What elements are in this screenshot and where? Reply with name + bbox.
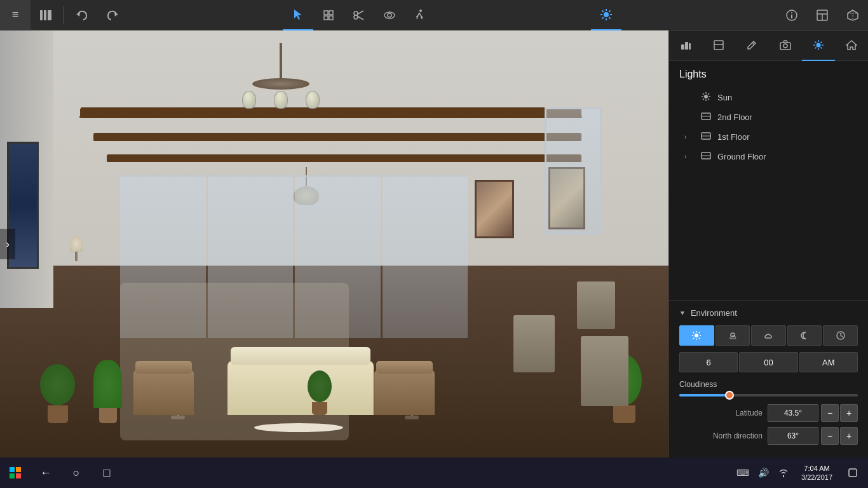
- svg-rect-9: [329, 16, 333, 20]
- env-night-btn[interactable]: [787, 325, 822, 346]
- coffee-table: [254, 423, 343, 432]
- svg-point-17: [604, 12, 609, 17]
- library-button[interactable]: [31, 0, 61, 30]
- select-tool[interactable]: [283, 0, 313, 30]
- north-minus-btn[interactable]: −: [821, 427, 839, 445]
- panel-decor-btn[interactable]: [669, 30, 702, 61]
- 1st-floor-expand[interactable]: ›: [684, 133, 692, 140]
- painting-1: [475, 180, 514, 238]
- redo-button[interactable]: [97, 0, 128, 30]
- walk-tool[interactable]: [405, 0, 435, 30]
- 1st-floor-light-label: 1st Floor: [717, 132, 853, 142]
- svg-marker-52: [846, 41, 857, 50]
- scissors-tool[interactable]: [344, 0, 374, 30]
- latitude-input[interactable]: 43.5°: [768, 404, 818, 422]
- env-chevron-icon: ▼: [679, 309, 686, 316]
- armchair-1: [133, 370, 194, 415]
- svg-line-13: [358, 16, 364, 20]
- ground-floor-expand[interactable]: ›: [684, 153, 692, 160]
- info-tool[interactable]: [776, 0, 807, 30]
- separator1: [64, 6, 64, 24]
- undo-button[interactable]: [67, 0, 97, 30]
- taskbar-clock[interactable]: 7:04 AM 3/22/2017: [796, 464, 837, 482]
- back-button[interactable]: ←: [31, 458, 61, 488]
- ground-floor-light-item[interactable]: › Ground Floor: [679, 147, 858, 166]
- svg-point-10: [354, 11, 358, 15]
- environment-title: Environment: [691, 308, 737, 318]
- env-clear-btn[interactable]: [679, 325, 714, 346]
- svg-point-53: [704, 95, 708, 98]
- 1st-floor-light-item[interactable]: › 1st Floor: [679, 127, 858, 147]
- taskbar-right: ⌨ 🔊 7:04 AM 3/22/2017: [735, 463, 868, 483]
- volume-icon[interactable]: 🔊: [756, 465, 771, 480]
- time-minute-field[interactable]: 00: [739, 352, 797, 372]
- keyboard-icon[interactable]: ⌨: [735, 465, 750, 480]
- svg-rect-38: [714, 41, 723, 50]
- panel-home-btn[interactable]: [835, 30, 868, 61]
- start-button[interactable]: [0, 458, 31, 488]
- svg-rect-0: [40, 10, 43, 20]
- objects-tool[interactable]: [313, 0, 344, 30]
- time-bar: 6 00 AM: [679, 352, 858, 372]
- ground-floor-light-label: Ground Floor: [717, 152, 853, 161]
- svg-rect-37: [689, 43, 691, 50]
- environment-section: ▼ Environment 6 00 AM: [669, 300, 868, 458]
- svg-point-43: [816, 43, 820, 47]
- cloudiness-slider[interactable]: [679, 394, 858, 396]
- env-time-btn[interactable]: [823, 325, 858, 346]
- svg-rect-1: [44, 10, 46, 20]
- svg-rect-35: [681, 44, 684, 50]
- 3d-viewport[interactable]: ›: [0, 30, 668, 458]
- time-hour-field[interactable]: 6: [679, 352, 738, 372]
- panel-edit-btn[interactable]: [735, 30, 768, 61]
- lights-tool[interactable]: [591, 0, 621, 30]
- panel-build-btn[interactable]: [702, 30, 735, 61]
- ceiling-beam-2: [93, 133, 582, 141]
- sofa: [227, 361, 374, 415]
- view-tool[interactable]: [374, 0, 405, 30]
- panel-spacer: [669, 174, 868, 300]
- taskbar: ← ○ □ ⌨ 🔊 7:04 AM 3/22/2017: [0, 458, 868, 488]
- svg-rect-82: [16, 467, 21, 472]
- dining-chair-2: [513, 315, 555, 372]
- nav-arrow[interactable]: ›: [0, 229, 15, 259]
- home-button[interactable]: ○: [61, 458, 92, 488]
- svg-line-12: [358, 11, 364, 15]
- right-panel: Lights › Sun › 2nd Floor › 1st Floor: [668, 30, 868, 458]
- 3d-tool[interactable]: [837, 0, 868, 30]
- svg-rect-7: [329, 11, 333, 15]
- latitude-plus-btn[interactable]: +: [840, 404, 858, 422]
- latitude-minus-btn[interactable]: −: [821, 404, 839, 422]
- apps-button[interactable]: □: [92, 458, 122, 488]
- layout-tool[interactable]: [807, 0, 837, 30]
- panel-camera-btn[interactable]: [769, 30, 802, 61]
- notification-btn[interactable]: [843, 463, 863, 483]
- sun-light-item[interactable]: › Sun: [679, 88, 858, 107]
- env-cloudy-btn[interactable]: [751, 325, 786, 346]
- north-plus-btn[interactable]: +: [840, 427, 858, 445]
- cloudiness-label: Cloudiness: [679, 380, 858, 389]
- cloudiness-row: Cloudiness: [679, 380, 858, 396]
- network-icon[interactable]: [776, 465, 791, 480]
- panel-lights-btn[interactable]: [802, 30, 835, 61]
- environment-header[interactable]: ▼ Environment: [679, 308, 858, 318]
- 2nd-floor-light-item[interactable]: › 2nd Floor: [679, 107, 858, 127]
- menu-button[interactable]: ≡: [0, 0, 31, 30]
- 1st-floor-light-icon: [701, 131, 711, 143]
- time-ampm-field[interactable]: AM: [799, 352, 858, 372]
- plant-2: [93, 360, 122, 423]
- env-partly-btn[interactable]: [715, 325, 750, 346]
- cloudiness-fill: [679, 394, 729, 396]
- svg-line-75: [699, 332, 700, 333]
- north-direction-input[interactable]: 63°: [768, 427, 818, 445]
- cloudiness-thumb[interactable]: [725, 391, 734, 400]
- svg-line-24: [609, 10, 610, 11]
- 2nd-floor-light-label: 2nd Floor: [717, 112, 853, 122]
- svg-marker-5: [294, 10, 302, 20]
- plant-1: [40, 364, 75, 423]
- taskbar-date: 3/22/2017: [801, 473, 832, 482]
- svg-line-50: [820, 41, 822, 43]
- svg-line-76: [693, 338, 694, 339]
- panel-icon-bar: [669, 30, 868, 61]
- svg-point-42: [783, 44, 787, 48]
